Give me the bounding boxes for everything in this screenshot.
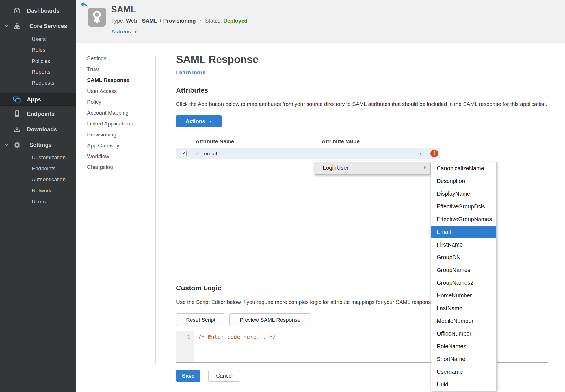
menu-item-effectivegroupdns[interactable]: EffectiveGroupDNs	[431, 200, 496, 213]
subnav-item-changelog[interactable]: Changelog	[87, 162, 113, 173]
editor-gutter: 1	[176, 331, 194, 362]
line-number: 1	[187, 334, 190, 340]
sidebar-item-label: Downloads	[27, 126, 57, 133]
sidebar-item-label: Core Services	[29, 23, 67, 29]
menu-item-firstname[interactable]: FirstName	[431, 238, 496, 251]
attribute-value-dropdown[interactable]: ▼	[316, 148, 427, 159]
attributes-heading: Attributes	[176, 86, 208, 94]
status-badge: Deployed	[223, 18, 248, 24]
status-label: Status:	[205, 18, 222, 24]
subnav-item-settings[interactable]: Settings	[87, 53, 107, 64]
header-actions-label: Actions	[111, 29, 131, 34]
sidebar-item-reports[interactable]: Reports	[0, 66, 76, 78]
menu-item-username[interactable]: Username	[431, 365, 496, 378]
sidebar-item-settings[interactable]: Settings	[0, 139, 76, 151]
sidebar-item-users[interactable]: Users	[0, 34, 76, 45]
menu-item-groupdn[interactable]: GroupDN	[431, 251, 496, 264]
attribute-name-cell: email	[204, 148, 217, 159]
sidebar-item-settings-users[interactable]: Users	[0, 196, 76, 207]
subnav-item-app-gateway[interactable]: App Gateway	[87, 140, 119, 151]
column-header-attribute-value: Attribute Value	[322, 135, 360, 148]
menu-item-shortname[interactable]: ShortName	[431, 353, 496, 365]
cancel-button[interactable]: Cancel	[208, 370, 240, 382]
app-window: Dashboards Core Services Users Roles Pol…	[0, 0, 565, 392]
sidebar-item-customization[interactable]: Customization	[0, 152, 76, 163]
table-header: Attribute Name Attribute Value	[176, 135, 440, 148]
learn-more-link[interactable]: Learn more	[176, 69, 205, 76]
menu-item-loginuser[interactable]: LoginUser	[315, 162, 430, 174]
menu-item-effectivegroupnames[interactable]: EffectiveGroupNames	[431, 213, 496, 226]
type-label: Type:	[111, 18, 124, 24]
sidebar: Dashboards Core Services Users Roles Pol…	[0, 0, 76, 392]
apps-icon	[13, 95, 21, 103]
sidebar-item-downloads[interactable]: Downloads	[0, 124, 76, 135]
chevron-down-icon[interactable]	[4, 23, 9, 29]
sidebar-item-requests[interactable]: Requests	[0, 77, 76, 89]
sidebar-item-network[interactable]: Network	[0, 185, 76, 196]
reset-script-button[interactable]: Reset Script	[176, 313, 225, 326]
sidebar-item-label: Policies	[32, 58, 50, 64]
sidebar-item-label: Requests	[32, 80, 54, 86]
menu-item-canonicalizename[interactable]: CanonicalizeName	[431, 162, 496, 175]
preview-saml-response-button[interactable]: Preview SAML Response	[229, 313, 311, 326]
sidebar-item-label: Network	[32, 188, 51, 194]
sidebar-item-label: Apps	[27, 96, 41, 103]
submenu-arrow-icon	[424, 166, 427, 170]
sidebar-item-label: Customization	[32, 154, 66, 161]
sidebar-item-label: Roles	[32, 47, 46, 53]
column-header-attribute-name: Attribute Name	[196, 135, 234, 148]
row-checkbox[interactable]: ✓	[181, 151, 187, 156]
sidebar-item-policies[interactable]: Policies	[0, 56, 76, 67]
menu-item-uuid[interactable]: Uuid	[431, 378, 496, 391]
attributes-description: Click the Add button below to map attrib…	[176, 101, 547, 107]
core-services-icon	[13, 22, 21, 30]
sidebar-item-label: Authentication	[32, 177, 66, 183]
subnav-item-linked-applications[interactable]: Linked Applications	[87, 118, 133, 129]
subnav-item-user-access[interactable]: User Access	[87, 86, 117, 97]
menu-item-homenumber[interactable]: HomeNumber	[431, 289, 496, 302]
subnav-item-policy[interactable]: Policy	[87, 97, 101, 107]
sidebar-item-authentication[interactable]: Authentication	[0, 174, 76, 185]
subnav-item-account-mapping[interactable]: Account Mapping	[87, 108, 129, 118]
menu-item-officenumber[interactable]: OfficeNumber	[431, 327, 496, 340]
subnav-item-workflow[interactable]: Workflow	[87, 151, 109, 162]
menu-item-displayname[interactable]: DisplayName	[431, 188, 496, 200]
attributes-actions-button[interactable]: Actions▼	[176, 115, 222, 127]
sidebar-item-label: Dashboards	[27, 8, 60, 14]
custom-logic-description: Use the Script Editor below if you requi…	[176, 299, 435, 305]
custom-logic-heading: Custom Logic	[176, 284, 221, 292]
menu-item-lastname[interactable]: LastName	[431, 302, 496, 315]
table-row[interactable]: ✓ email ▼ !	[176, 148, 440, 159]
menu-item-rolenames[interactable]: RoleNames	[431, 340, 496, 353]
sidebar-item-roles[interactable]: Roles	[0, 44, 76, 56]
sidebar-item-apps[interactable]: Apps	[0, 93, 76, 106]
menu-item-groupnames2[interactable]: GroupNames2	[431, 276, 496, 289]
menu-item-email[interactable]: Email	[431, 226, 496, 238]
subnav-item-provisioning[interactable]: Provisioning	[87, 129, 116, 140]
edit-pencil-icon[interactable]	[194, 151, 200, 156]
back-arrow-icon[interactable]	[80, 1, 88, 8]
app-meta: Type: Web - SAML + Provisioning • Status…	[111, 18, 248, 24]
sidebar-item-endpoints[interactable]: Endpoints	[0, 108, 76, 119]
subnav-item-saml-response[interactable]: SAML Response	[87, 75, 129, 86]
save-button[interactable]: Save	[176, 370, 200, 382]
sidebar-item-core-services[interactable]: Core Services	[0, 20, 76, 32]
menu-item-groupnames[interactable]: GroupNames	[431, 264, 496, 276]
editor-code[interactable]: /* Enter code here... */	[198, 334, 276, 340]
header-actions-menu[interactable]: Actions▼	[111, 29, 137, 35]
dropdown-caret-icon: ▼	[419, 151, 422, 156]
subnav-item-trust[interactable]: Trust	[87, 64, 99, 75]
sidebar-item-label: Users	[32, 199, 46, 205]
sidebar-item-label: Settings	[29, 142, 52, 148]
sidebar-item-dashboards[interactable]: Dashboards	[0, 5, 76, 16]
nav-divider	[155, 56, 156, 364]
menu-item-description[interactable]: Description	[431, 175, 496, 188]
sidebar-item-settings-endpoints[interactable]: Endpoints	[0, 163, 76, 174]
sidebar-item-label: Reports	[32, 69, 51, 75]
settings-gear-icon	[13, 141, 21, 149]
app-header: SAML Type: Web - SAML + Provisioning • S…	[76, 0, 565, 43]
attributes-table: Attribute Name Attribute Value ✓ email ▼…	[176, 135, 440, 272]
dashboard-gauge-icon	[13, 7, 21, 15]
chevron-down-icon[interactable]	[4, 142, 9, 147]
menu-item-mobilenumber[interactable]: MobileNumber	[431, 315, 496, 327]
